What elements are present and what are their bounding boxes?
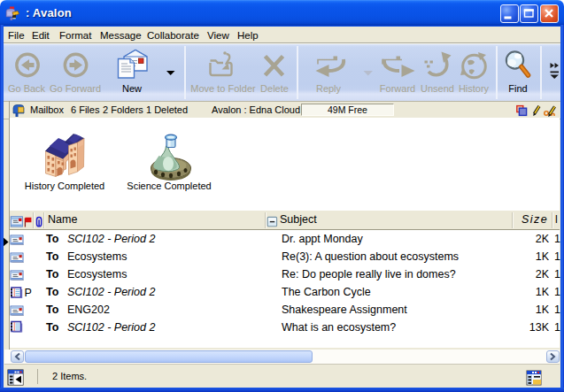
svg-text:P: P <box>25 287 32 299</box>
